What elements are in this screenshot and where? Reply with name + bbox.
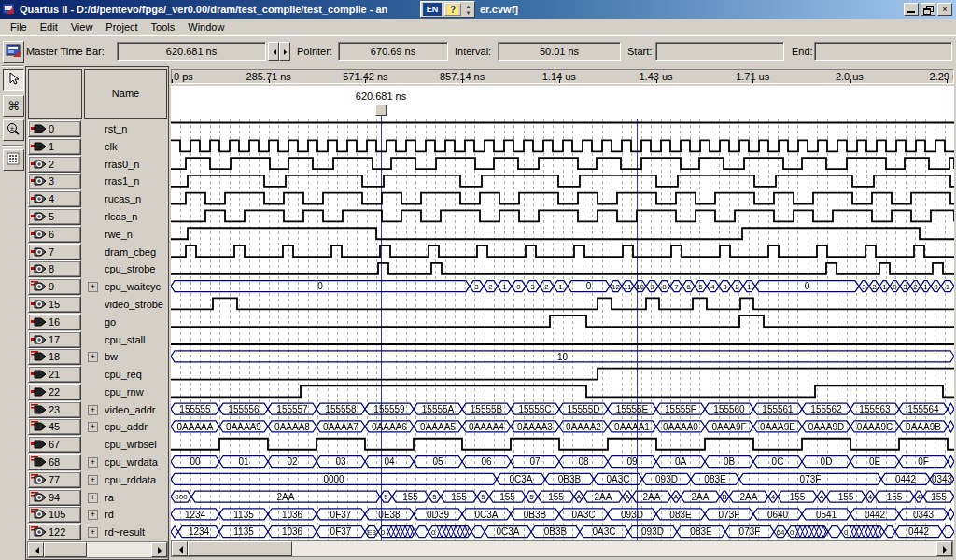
signal-number: 4 <box>49 193 54 204</box>
edit-tool-button[interactable]: ⌘ <box>3 95 24 117</box>
timeline-ruler[interactable]: 0 ps285.71 ns571.42 ns857.14 ns1.14 us1.… <box>171 69 954 84</box>
signal-badge[interactable]: 94 <box>28 489 81 506</box>
name-panel-hscrollbar[interactable] <box>27 541 168 558</box>
signal-row-rras1_n[interactable]: 3rras1_n <box>26 173 168 190</box>
menu-view[interactable]: View <box>64 20 100 35</box>
language-indicator[interactable]: EN <box>423 3 442 16</box>
master-time-marker-strip[interactable]: 620.681 ns <box>171 86 954 119</box>
grid-tool-button[interactable] <box>3 149 24 171</box>
expand-icon[interactable]: + <box>88 405 98 415</box>
signal-row-cpu_rnw[interactable]: 22cpu_rnw <box>26 384 168 401</box>
expand-icon[interactable]: + <box>88 457 98 468</box>
signal-row-rlcas_n[interactable]: 5rlcas_n <box>26 208 168 226</box>
signal-badge[interactable]: 1 <box>28 138 81 155</box>
signal-badge[interactable]: 122 <box>28 524 81 540</box>
signal-row-cpu_strobe[interactable]: 8cpu_strobe <box>26 260 168 278</box>
signal-badge[interactable]: 6 <box>28 226 81 243</box>
master-time-spin-left-icon[interactable] <box>268 42 279 61</box>
signal-row-video_strobe[interactable]: 15video_strobe <box>26 296 168 314</box>
signal-row-cpu_wrdata[interactable]: 68+cpu_wrdata <box>26 454 168 471</box>
signal-row-rst_n[interactable]: 0rst_n <box>26 120 168 138</box>
signal-badge[interactable]: 68 <box>28 454 81 470</box>
signal-row-rucas_n[interactable]: 4rucas_n <box>26 190 168 208</box>
signal-row-bw[interactable]: 18+bw <box>26 348 168 366</box>
signal-badge[interactable]: 45 <box>28 418 81 435</box>
expand-icon[interactable]: + <box>88 527 98 538</box>
ruler-tick <box>365 79 366 83</box>
signal-badge[interactable]: 18 <box>28 348 81 365</box>
signal-badge[interactable]: 77 <box>28 471 81 488</box>
master-time-spin-right-icon[interactable] <box>279 42 290 61</box>
signal-row-cpu_wrbsel[interactable]: 67cpu_wrbsel <box>26 436 168 454</box>
signal-badge[interactable]: 2 <box>28 156 81 173</box>
scroll-left-icon[interactable] <box>172 541 188 556</box>
signal-badge[interactable]: 8 <box>28 260 81 277</box>
waveform-canvas[interactable] <box>171 119 954 540</box>
menu-window[interactable]: Window <box>181 20 231 35</box>
langbar-grip[interactable]: ▴▾ <box>464 3 472 16</box>
menu-project[interactable]: Project <box>99 20 144 35</box>
minimize-button[interactable] <box>904 3 919 16</box>
waveform-editor-button[interactable] <box>3 41 24 63</box>
signal-badge[interactable]: 4 <box>28 190 81 207</box>
expand-icon[interactable]: + <box>88 422 98 432</box>
signal-badge[interactable]: 22 <box>28 384 81 400</box>
expand-icon[interactable]: + <box>88 510 98 520</box>
signal-badge[interactable]: 16 <box>28 314 81 330</box>
signal-row-cpu_req[interactable]: 21cpu_req <box>26 366 168 384</box>
master-time-marker-handle[interactable] <box>375 105 387 116</box>
menu-tools[interactable]: Tools <box>145 20 182 35</box>
scroll-thumb[interactable] <box>44 542 87 557</box>
signal-badge[interactable]: 9 <box>28 278 81 295</box>
signal-badge[interactable]: 23 <box>28 401 81 418</box>
signal-row-rd[interactable]: 105+rd <box>26 506 168 524</box>
signal-name: cpu_addr <box>105 421 148 432</box>
signal-badge[interactable]: 17 <box>28 331 81 348</box>
waveform-hscrollbar[interactable] <box>171 540 953 557</box>
signal-row-rras0_n[interactable]: 2rras0_n <box>26 156 168 174</box>
signal-row-ra[interactable]: 94+ra <box>26 489 168 507</box>
menu-file[interactable]: File <box>4 20 34 35</box>
zoom-tool-button[interactable]: ± <box>3 119 24 141</box>
signal-row-go[interactable]: 16go <box>26 314 168 331</box>
signal-badge[interactable]: 15 <box>28 296 81 313</box>
signal-name: rst_n <box>105 123 127 134</box>
signal-row-rwe_n[interactable]: 6rwe_n <box>26 226 168 244</box>
signal-badge[interactable]: 0 <box>28 120 81 137</box>
signal-number: 18 <box>49 351 60 362</box>
menu-edit[interactable]: Edit <box>34 20 64 35</box>
close-button[interactable]: × <box>937 3 952 16</box>
scroll-right-icon[interactable] <box>936 541 952 556</box>
signal-badge[interactable]: 7 <box>28 244 81 260</box>
signal-row-cpu_stall[interactable]: 17cpu_stall <box>26 331 168 349</box>
scroll-left-icon[interactable] <box>28 542 44 557</box>
signal-row-rd~result[interactable]: 122+rd~result <box>26 524 168 541</box>
signal-row-video_addr[interactable]: 23+video_addr <box>26 401 168 419</box>
scroll-right-icon[interactable] <box>151 542 167 557</box>
ruler-tick-label: 2.29 us <box>909 71 954 82</box>
scroll-thumb[interactable] <box>188 541 292 556</box>
restore-button[interactable] <box>921 3 935 16</box>
signal-badge[interactable]: 21 <box>28 366 81 383</box>
selection-tool-button[interactable] <box>3 69 24 91</box>
language-help-button[interactable]: ? <box>444 3 461 16</box>
signal-row-clk[interactable]: 1clk <box>26 138 168 156</box>
expand-icon[interactable]: + <box>88 282 98 292</box>
signal-row-cpu_rddata[interactable]: 77+cpu_rddata <box>26 471 168 489</box>
signal-row-cpu_addr[interactable]: 45+cpu_addr <box>26 418 168 436</box>
title-bar: Quartus II - D:/d/pentevo/fpga/_ver0.00/… <box>0 0 956 19</box>
signal-row-cpu_waitcyc[interactable]: 9+cpu_waitcyc <box>26 278 168 296</box>
signal-badge[interactable]: 5 <box>28 208 81 225</box>
signal-badge[interactable]: 105 <box>28 506 81 523</box>
end-field[interactable] <box>814 42 952 61</box>
start-field[interactable] <box>655 42 784 61</box>
pointer-label: Pointer: <box>297 46 332 57</box>
signal-badge[interactable]: 67 <box>28 436 81 453</box>
signal-row-dram_cbeg[interactable]: 7dram_cbeg <box>26 244 168 261</box>
master-time-bar-field[interactable]: 620.681 ns <box>117 42 266 61</box>
expand-icon[interactable]: + <box>88 352 98 362</box>
expand-icon[interactable]: + <box>88 475 98 485</box>
signal-badge[interactable]: 3 <box>28 173 81 189</box>
signal-number: 5 <box>49 211 54 222</box>
expand-icon[interactable]: + <box>88 493 98 503</box>
